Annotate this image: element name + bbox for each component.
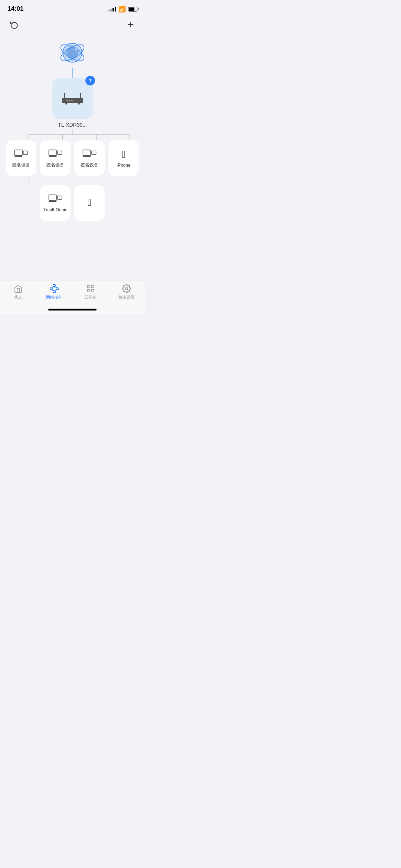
svg-rect-11 [80, 92, 81, 98]
device-item-anonymous-4[interactable]: Tmall-Genie [40, 185, 71, 221]
svg-point-14 [71, 100, 72, 101]
device-icon-4 [48, 194, 62, 205]
tab-network[interactable]: 网络拓扑 [36, 284, 73, 300]
device-item-iphone[interactable]:  iPhone [108, 140, 139, 176]
device-label-2: 匿名设备 [46, 162, 64, 168]
tab-settings[interactable]: 路由设置 [109, 284, 145, 300]
device-icon-3 [82, 149, 97, 160]
svg-rect-21 [58, 151, 62, 155]
apple-logo-2:  [88, 196, 91, 208]
device-grid-row1: 匿名设备 匿名设备 匿名设备 [0, 140, 145, 176]
svg-point-12 [66, 100, 68, 101]
svg-point-8 [75, 48, 78, 51]
svg-rect-26 [49, 195, 56, 201]
signal-icon [108, 7, 116, 12]
status-time: 14:01 [7, 5, 23, 13]
tab-network-label: 网络拓扑 [46, 295, 62, 300]
home-indicator [48, 309, 97, 311]
add-icon [127, 20, 135, 29]
main-content: 7 TL-XDR30... 匿名设备 [0, 34, 145, 313]
tree-connector [9, 129, 136, 140]
svg-rect-16 [78, 103, 80, 104]
svg-rect-24 [92, 151, 96, 155]
router-name: TL-XDR30... [58, 122, 87, 128]
svg-point-13 [69, 100, 70, 101]
router-icon [61, 90, 85, 107]
svg-line-37 [54, 290, 57, 291]
app-layout: 14:01 📶 [0, 0, 145, 313]
status-icons: 📶 [108, 6, 137, 13]
device-label-iphone: iPhone [117, 163, 130, 168]
svg-rect-27 [58, 196, 62, 200]
tab-status-label: 状态 [14, 295, 22, 300]
svg-point-42 [125, 287, 128, 290]
add-button[interactable] [124, 18, 137, 31]
svg-rect-10 [64, 92, 65, 98]
device-label-tmall: Tmall-Genie [43, 207, 67, 212]
svg-rect-41 [91, 289, 94, 292]
device-icon-1 [14, 149, 28, 160]
svg-rect-39 [91, 285, 94, 288]
network-icon [49, 284, 59, 293]
globe-icon [58, 38, 87, 68]
header [0, 15, 145, 34]
device-item-apple-2[interactable]:  [74, 185, 105, 221]
device-icon-2 [48, 149, 62, 160]
svg-rect-38 [87, 285, 90, 288]
battery-icon [128, 7, 137, 12]
wifi-icon: 📶 [118, 6, 126, 13]
svg-rect-40 [87, 289, 90, 292]
tab-bar: 状态 网络拓扑 工具箱 [0, 280, 145, 313]
router-container[interactable]: 7 TL-XDR30... [52, 78, 93, 128]
status-bar: 14:01 📶 [0, 0, 145, 15]
svg-rect-20 [49, 150, 56, 156]
tools-icon [86, 284, 95, 293]
tree-connector-row2 [9, 176, 136, 182]
tab-settings-label: 路由设置 [118, 295, 135, 300]
refresh-button[interactable] [7, 18, 21, 31]
tab-tools[interactable]: 工具箱 [72, 284, 109, 300]
tab-tools-label: 工具箱 [84, 295, 97, 300]
svg-rect-15 [65, 103, 68, 104]
device-grid-row2: Tmall-Genie  [0, 182, 145, 221]
svg-line-33 [51, 286, 54, 288]
router-box[interactable]: 7 [52, 78, 93, 119]
svg-rect-23 [83, 150, 91, 156]
svg-rect-17 [14, 150, 22, 156]
device-item-2[interactable]: 匿名设备 [40, 140, 71, 176]
device-label-1: 匿名设备 [12, 162, 30, 168]
svg-line-36 [51, 290, 54, 291]
svg-rect-18 [23, 151, 28, 155]
device-item-1[interactable]: 匿名设备 [6, 140, 36, 176]
apple-logo-1:  [122, 149, 125, 160]
refresh-icon [10, 20, 18, 29]
device-count-badge: 7 [85, 76, 95, 85]
home-icon [14, 284, 23, 293]
device-label-3: 匿名设备 [81, 162, 98, 168]
settings-icon [122, 284, 131, 293]
svg-line-35 [54, 286, 57, 288]
tab-status[interactable]: 状态 [0, 284, 36, 300]
connector-line-top [72, 68, 73, 78]
device-item-3[interactable]: 匿名设备 [74, 140, 105, 176]
